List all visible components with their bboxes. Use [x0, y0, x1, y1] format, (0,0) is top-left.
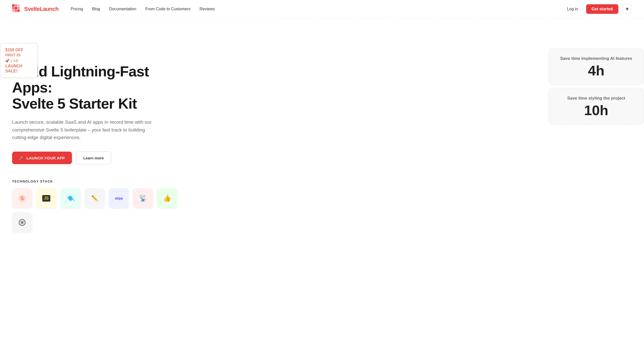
tech-icon-kit: ✏️	[85, 188, 105, 208]
promo-badge: $150 OFF FIRST 25 🚀 | 2.0 LAUNCH SALE!	[0, 43, 38, 78]
tech-icon-svelte: S	[12, 188, 32, 208]
svg-rect-8	[17, 9, 20, 12]
stat-value-ai: 4h	[558, 64, 635, 78]
svg-rect-0	[12, 4, 15, 7]
nav-right: Log in Get started ☀	[563, 4, 632, 14]
tech-icon-stripe: stripe	[109, 188, 129, 208]
svg-rect-4	[15, 7, 17, 9]
promo-rocket-icon: 🚀	[5, 59, 9, 63]
nav-link-code-to-customers[interactable]: From Code to Customers	[145, 7, 191, 11]
svg-rect-2	[17, 4, 20, 7]
tech-icon-podcast: 📡	[133, 188, 153, 208]
tech-stack-label: TECHNOLOGY STACK	[12, 179, 183, 183]
launch-app-button[interactable]: 🚀 LAUNCH YOUR APP	[12, 152, 72, 164]
svg-rect-6	[12, 9, 15, 12]
hero-description: Launch secure, scalable SaaS and AI apps…	[12, 118, 158, 141]
nav-link-reviews[interactable]: Reviews	[199, 7, 215, 11]
promo-tagline: LAUNCH SALE!	[5, 64, 32, 73]
hero-stats: Save time implementing AI features 4h Sa…	[548, 48, 644, 125]
hero-buttons: 🚀 LAUNCH YOUR APP Learn more	[12, 152, 183, 164]
hero-content: Build Lightning-Fast Apps: Svelte 5 Star…	[12, 63, 183, 233]
nav-link-blog[interactable]: Blog	[92, 7, 100, 11]
stat-value-styling: 10h	[558, 103, 635, 117]
nav-link-documentation[interactable]: Documentation	[109, 7, 136, 11]
hero-title: Build Lightning-Fast Apps: Svelte 5 Star…	[12, 63, 183, 111]
get-started-button[interactable]: Get started	[586, 4, 618, 14]
promo-icon-row: 🚀 | 2.0	[5, 59, 32, 63]
svg-rect-3	[12, 7, 15, 9]
login-button[interactable]: Log in	[563, 5, 582, 13]
tech-icons: S JS ✏️ stripe 📡 👍	[12, 188, 183, 233]
logo-link[interactable]: SvelteLaunch	[12, 4, 59, 14]
tech-icon-js: JS	[36, 188, 56, 208]
svg-text:S: S	[21, 196, 24, 201]
stat-label-ai: Save time implementing AI features	[558, 56, 635, 62]
promo-line1: $150 OFF	[5, 48, 32, 52]
promo-line2: FIRST 25	[5, 53, 32, 57]
stat-card-styling: Save time styling the project 10h	[548, 88, 644, 125]
stat-label-styling: Save time styling the project	[558, 95, 635, 101]
theme-toggle-button[interactable]: ☀	[622, 4, 632, 14]
svg-rect-1	[15, 4, 17, 7]
stat-card-ai: Save time implementing AI features 4h	[548, 48, 644, 85]
nav-link-pricing[interactable]: Pricing	[71, 7, 83, 11]
svg-rect-5	[17, 7, 20, 9]
logo-text: SvelteLaunch	[24, 6, 59, 12]
launch-app-label: LAUNCH YOUR APP	[27, 156, 65, 160]
launch-rocket-icon: 🚀	[19, 156, 24, 160]
promo-version: 2.0	[13, 59, 18, 63]
tech-icon-tailwind	[60, 188, 80, 208]
navbar: SvelteLaunch Pricing Blog Documentation …	[0, 0, 644, 18]
svg-rect-7	[15, 9, 17, 12]
nav-links: Pricing Blog Documentation From Code to …	[71, 7, 215, 11]
hero-section: $150 OFF FIRST 25 🚀 | 2.0 LAUNCH SALE! B…	[0, 18, 644, 248]
tech-icon-openai	[12, 212, 32, 233]
tech-stack-section: TECHNOLOGY STACK S JS ✏️ stripe �	[12, 179, 183, 233]
learn-more-button[interactable]: Learn more	[76, 152, 111, 164]
promo-separator: |	[11, 59, 12, 63]
logo-icon	[12, 4, 22, 14]
nav-left: SvelteLaunch Pricing Blog Documentation …	[12, 4, 215, 14]
tech-icon-thumbsup: 👍	[157, 188, 177, 208]
